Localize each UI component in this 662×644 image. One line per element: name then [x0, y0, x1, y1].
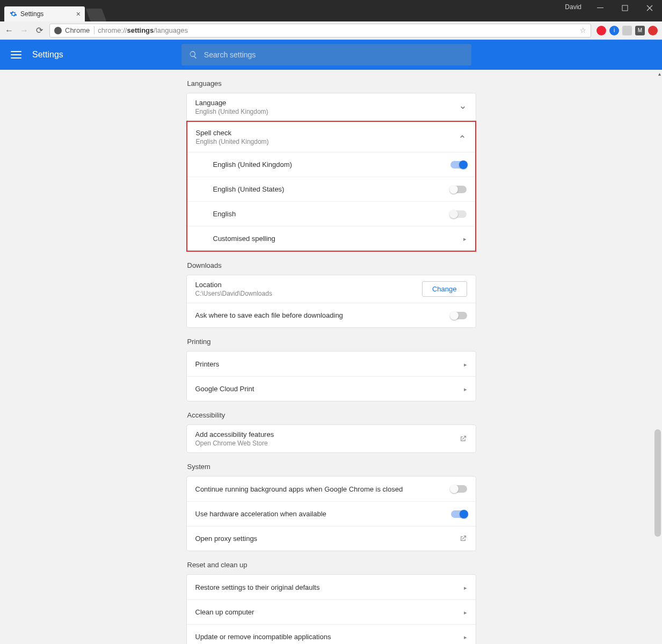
- external-link-icon: [459, 535, 467, 543]
- printers-row[interactable]: Printers: [187, 352, 476, 376]
- extension-icon[interactable]: i: [609, 26, 619, 35]
- search-settings-box[interactable]: [181, 44, 471, 65]
- settings-content: Languages Language English (United Kingd…: [186, 70, 476, 644]
- chevron-down-icon: [459, 103, 467, 112]
- chevron-right-icon: [464, 385, 467, 393]
- language-title: Language: [195, 99, 268, 107]
- search-icon: [189, 50, 198, 59]
- extension-icon[interactable]: [596, 26, 606, 35]
- forward-button[interactable]: →: [19, 26, 29, 35]
- window-titlebar: Settings × David: [0, 0, 662, 21]
- chevron-up-icon: [458, 133, 467, 141]
- site-info-icon[interactable]: [54, 27, 62, 34]
- spellcheck-card-highlighted: Spell check English (United Kingdom) Eng…: [186, 121, 476, 252]
- cloud-print-label: Google Cloud Print: [195, 385, 254, 393]
- customised-spelling-row[interactable]: Customised spelling: [187, 226, 475, 251]
- spell-lang-row: English: [187, 201, 475, 226]
- bookmark-star-icon[interactable]: ☆: [580, 26, 586, 34]
- toggle-hw-accel[interactable]: [451, 510, 467, 518]
- reset-update-row[interactable]: Update or remove incompatible applicatio…: [187, 624, 476, 644]
- spell-lang-label: English: [213, 210, 236, 218]
- extension-icon[interactable]: [648, 26, 658, 35]
- system-bg-row: Continue running background apps when Go…: [187, 477, 476, 501]
- printing-card: Printers Google Cloud Print: [186, 351, 476, 401]
- reset-clean-label: Clean up computer: [195, 608, 254, 616]
- close-button[interactable]: [637, 0, 662, 16]
- accessibility-card: Add accessibility features Open Chrome W…: [186, 425, 476, 453]
- tab-close-icon[interactable]: ×: [76, 10, 81, 18]
- reset-restore-label: Restore settings to their original defau…: [195, 583, 320, 591]
- spell-lang-row: English (United Kingdom): [187, 152, 475, 177]
- spell-lang-label: English (United Kingdom): [213, 160, 292, 169]
- address-bar: ← → ⟳ Chrome chrome://settings/languages…: [0, 21, 662, 40]
- spell-lang-label: English (United States): [213, 185, 285, 193]
- accessibility-row[interactable]: Add accessibility features Open Chrome W…: [187, 425, 476, 452]
- maximize-button[interactable]: [613, 0, 637, 16]
- menu-icon[interactable]: [11, 51, 21, 58]
- url-origin: Chrome: [65, 26, 94, 34]
- spell-lang-row: English (United States): [187, 177, 475, 201]
- search-input[interactable]: [204, 50, 464, 59]
- accessibility-subtitle: Open Chrome Web Store: [195, 440, 274, 447]
- toggle-spell-en-uk[interactable]: [450, 161, 467, 169]
- cloud-print-row[interactable]: Google Cloud Print: [187, 376, 476, 401]
- reset-clean-row[interactable]: Clean up computer: [187, 599, 476, 624]
- extension-icon[interactable]: M: [635, 26, 645, 35]
- system-card: Continue running background apps when Go…: [186, 476, 476, 551]
- tab-title: Settings: [20, 10, 43, 18]
- window-controls: [588, 0, 662, 16]
- external-link-icon: [459, 435, 467, 443]
- system-proxy-row[interactable]: Open proxy settings: [187, 526, 476, 551]
- chevron-right-icon: [464, 608, 467, 616]
- chevron-right-icon: [463, 235, 467, 243]
- languages-card: Language English (United Kingdom): [186, 93, 476, 121]
- section-label-languages: Languages: [187, 79, 476, 87]
- toggle-spell-en-us[interactable]: [450, 186, 467, 193]
- section-label-printing: Printing: [187, 338, 476, 346]
- window-user-label[interactable]: David: [565, 3, 581, 11]
- back-button[interactable]: ←: [4, 26, 14, 35]
- change-location-button[interactable]: Change: [422, 281, 467, 297]
- settings-viewport: ▴ Languages Language English (United Kin…: [0, 70, 662, 644]
- omnibox[interactable]: Chrome chrome://settings/languages ☆: [49, 24, 591, 38]
- new-tab-button[interactable]: [86, 9, 107, 21]
- downloads-card: Location C:\Users\David\Downloads Change…: [186, 275, 476, 328]
- customised-spelling-label: Customised spelling: [213, 235, 275, 243]
- spellcheck-title: Spell check: [196, 129, 269, 137]
- reset-card: Restore settings to their original defau…: [186, 574, 476, 644]
- toggle-background-apps[interactable]: [451, 485, 467, 493]
- section-label-downloads: Downloads: [187, 261, 476, 269]
- toggle-download-ask[interactable]: [451, 312, 467, 319]
- spellcheck-header[interactable]: Spell check English (United Kingdom): [187, 122, 475, 152]
- section-label-reset: Reset and clean up: [187, 561, 476, 569]
- scrollbar-thumb[interactable]: [654, 429, 661, 537]
- reload-button[interactable]: ⟳: [34, 25, 44, 35]
- system-bg-label: Continue running background apps when Go…: [195, 485, 403, 493]
- scroll-up-indicator: ▴: [658, 71, 661, 77]
- extension-icon[interactable]: [622, 26, 632, 35]
- system-proxy-label: Open proxy settings: [195, 535, 258, 543]
- download-location-row: Location C:\Users\David\Downloads Change: [187, 275, 476, 303]
- download-location-title: Location: [195, 281, 272, 289]
- chevron-right-icon: [464, 583, 467, 591]
- download-ask-row: Ask where to save each file before downl…: [187, 303, 476, 327]
- tab-strip: Settings ×: [0, 0, 104, 21]
- reset-update-label: Update or remove incompatible applicatio…: [195, 633, 331, 641]
- download-ask-label: Ask where to save each file before downl…: [195, 311, 343, 319]
- language-subtitle: English (United Kingdom): [195, 108, 268, 115]
- minimize-button[interactable]: [588, 0, 613, 16]
- toggle-spell-en: [450, 210, 467, 218]
- section-label-system: System: [187, 463, 476, 471]
- extension-icons: i M: [596, 26, 658, 35]
- chevron-right-icon: [464, 633, 467, 641]
- section-label-accessibility: Accessibility: [187, 411, 476, 419]
- settings-appbar: Settings: [0, 40, 662, 70]
- reset-restore-row[interactable]: Restore settings to their original defau…: [187, 575, 476, 599]
- accessibility-title: Add accessibility features: [195, 430, 274, 438]
- printers-label: Printers: [195, 360, 220, 368]
- chevron-right-icon: [464, 360, 467, 368]
- language-row[interactable]: Language English (United Kingdom): [187, 93, 476, 121]
- browser-tab-settings[interactable]: Settings ×: [4, 6, 85, 21]
- spellcheck-subtitle: English (United Kingdom): [196, 138, 269, 145]
- system-hw-label: Use hardware acceleration when available: [195, 510, 326, 518]
